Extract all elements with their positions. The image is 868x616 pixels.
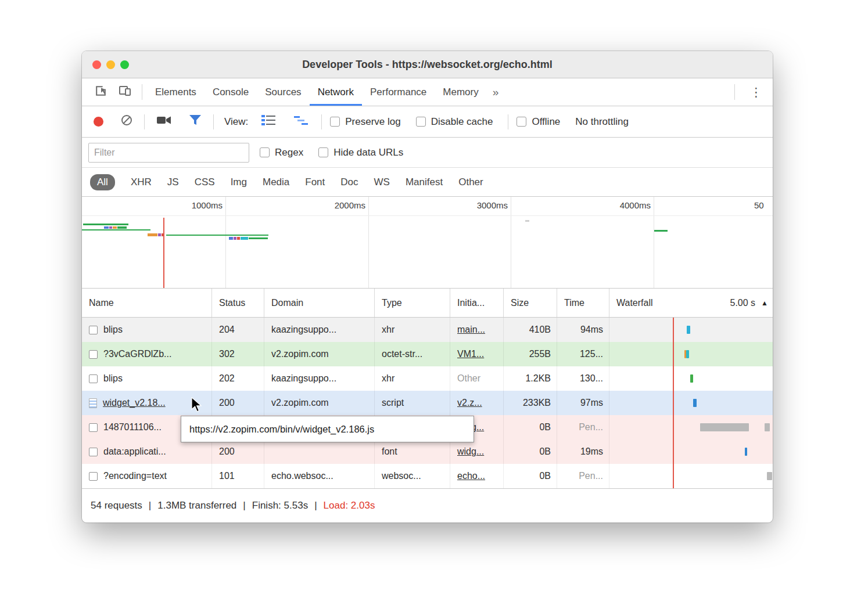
row-checkbox[interactable]	[89, 472, 98, 481]
table-row[interactable]: widget_v2.18... 200 v2.zopim.com script …	[82, 391, 773, 415]
device-toolbar-button[interactable]	[113, 78, 137, 106]
offline-checkbox[interactable]	[517, 117, 526, 127]
minimize-window-button[interactable]	[106, 60, 115, 69]
inspect-element-button[interactable]	[89, 78, 113, 106]
capture-screenshots-button[interactable]	[152, 114, 176, 129]
tab-performance[interactable]: Performance	[362, 78, 435, 106]
type-filter-css[interactable]: CSS	[195, 176, 215, 188]
devtools-menu-button[interactable]: ⋮	[740, 78, 773, 106]
separator: |	[149, 500, 151, 511]
table-row[interactable]: blips 202 kaazingsuppo... xhr Other 1.2K…	[82, 366, 773, 391]
time-cell: 94ms	[557, 318, 609, 342]
preserve-log-checkbox[interactable]	[330, 117, 340, 127]
column-header-status[interactable]: Status	[212, 289, 264, 317]
waterfall-cell	[609, 318, 773, 342]
column-header-initiator[interactable]: Initia...	[450, 289, 504, 317]
column-header-type[interactable]: Type	[375, 289, 450, 317]
initiator-link[interactable]: v2.z...	[457, 398, 482, 408]
throttling-select[interactable]: No throttling	[575, 116, 629, 128]
tab-console[interactable]: Console	[205, 78, 257, 106]
type-filter-js[interactable]: JS	[167, 176, 179, 188]
type-filter-xhr[interactable]: XHR	[131, 176, 152, 188]
disable-cache-checkbox[interactable]	[416, 117, 426, 127]
time-cell: Pen...	[557, 415, 609, 440]
domain-cell: v2.zopim.com	[264, 391, 375, 415]
waterfall-cell	[609, 415, 773, 440]
type-filter-media[interactable]: Media	[263, 176, 289, 188]
waterfall-view-button[interactable]	[289, 114, 313, 129]
separator	[734, 84, 735, 100]
initiator-link[interactable]: widg...	[457, 446, 484, 457]
type-filter-font[interactable]: Font	[305, 176, 325, 188]
zoom-window-button[interactable]	[120, 60, 129, 69]
network-toolbar: View: Preserve log Disable cache Offline…	[82, 106, 773, 138]
domain-cell: kaazingsuppo...	[264, 318, 375, 342]
table-row[interactable]: blips 204 kaazingsuppo... xhr main... 41…	[82, 318, 773, 342]
tab-memory[interactable]: Memory	[435, 78, 486, 106]
type-cell: octet-str...	[375, 342, 450, 366]
initiator-link[interactable]: main...	[457, 325, 485, 335]
type-filter-all[interactable]: All	[90, 174, 115, 190]
type-filter-ws[interactable]: WS	[374, 176, 390, 188]
initiator-link[interactable]: VM1...	[457, 349, 484, 359]
tab-elements[interactable]: Elements	[147, 78, 205, 106]
load-time: Load: 2.03s	[324, 500, 375, 511]
network-overview[interactable]: 1000ms 2000ms 3000ms 4000ms 50	[82, 197, 773, 289]
request-table-body: blips 204 kaazingsuppo... xhr main... 41…	[82, 318, 773, 488]
type-filter-other[interactable]: Other	[458, 176, 483, 188]
more-tabs-button[interactable]: »	[487, 78, 505, 106]
clear-requests-button[interactable]	[116, 114, 137, 129]
initiator-cell: widg...	[450, 440, 504, 464]
size-cell: 233KB	[504, 391, 557, 415]
size-cell: 0B	[504, 415, 557, 440]
separator	[213, 114, 214, 129]
status-cell: 200	[212, 391, 264, 415]
size-cell: 255B	[504, 342, 557, 366]
type-filter-manifest[interactable]: Manifest	[406, 176, 443, 188]
column-header-size[interactable]: Size	[504, 289, 557, 317]
column-header-waterfall[interactable]: Waterfall 5.00 s ▲	[609, 289, 773, 317]
row-checkbox[interactable]	[89, 448, 98, 456]
type-filter-img[interactable]: Img	[231, 176, 247, 188]
sort-ascending-icon: ▲	[761, 299, 768, 307]
row-checkbox[interactable]	[89, 374, 98, 383]
regex-checkbox[interactable]	[260, 147, 270, 157]
close-window-button[interactable]	[92, 60, 101, 69]
request-name[interactable]: widget_v2.18...	[103, 398, 166, 408]
tab-network[interactable]: Network	[310, 78, 362, 106]
requests-count: 54 requests	[91, 500, 142, 511]
table-row[interactable]: data:applicati... 200 font widg... 0B 19…	[82, 440, 773, 464]
list-view-button[interactable]	[256, 114, 281, 129]
filter-toggle-button[interactable]	[184, 114, 206, 129]
row-checkbox[interactable]	[89, 350, 98, 359]
initiator-link[interactable]: echo...	[457, 471, 485, 481]
regex-option: Regex	[260, 147, 303, 158]
request-name: blips	[103, 325, 123, 335]
column-header-domain[interactable]: Domain	[264, 289, 375, 317]
window-title: Developer Tools - https://websocket.org/…	[302, 59, 553, 71]
clear-icon	[121, 114, 132, 129]
status-cell: 202	[212, 366, 264, 391]
filter-input[interactable]	[88, 143, 249, 163]
type-filter-doc[interactable]: Doc	[340, 176, 358, 188]
url-tooltip: https://v2.zopim.com/bin/v/widget_v2.186…	[181, 416, 474, 442]
row-checkbox[interactable]	[89, 423, 98, 432]
hide-data-urls-checkbox[interactable]	[318, 147, 328, 157]
table-row[interactable]: ?encoding=text 101 echo.websoc... websoc…	[82, 464, 773, 488]
camera-icon	[156, 114, 171, 129]
load-event-line	[163, 218, 164, 288]
column-header-time[interactable]: Time	[557, 289, 609, 317]
request-name: blips	[103, 373, 123, 384]
row-checkbox[interactable]	[89, 326, 98, 334]
separator: |	[243, 500, 245, 511]
table-row[interactable]: ?3vCaGRDlZb... 302 v2.zopim.com octet-st…	[82, 342, 773, 366]
column-header-name[interactable]: Name	[82, 289, 212, 317]
disable-cache-option: Disable cache	[416, 116, 493, 128]
preserve-log-option: Preserve log	[330, 116, 400, 128]
time-cell: 130...	[557, 366, 609, 391]
tab-sources[interactable]: Sources	[257, 78, 309, 106]
request-name: ?encoding=text	[103, 471, 167, 481]
record-button[interactable]	[94, 117, 103, 127]
name-cell: data:applicati...	[82, 440, 212, 464]
hide-data-urls-option: Hide data URLs	[318, 147, 403, 158]
